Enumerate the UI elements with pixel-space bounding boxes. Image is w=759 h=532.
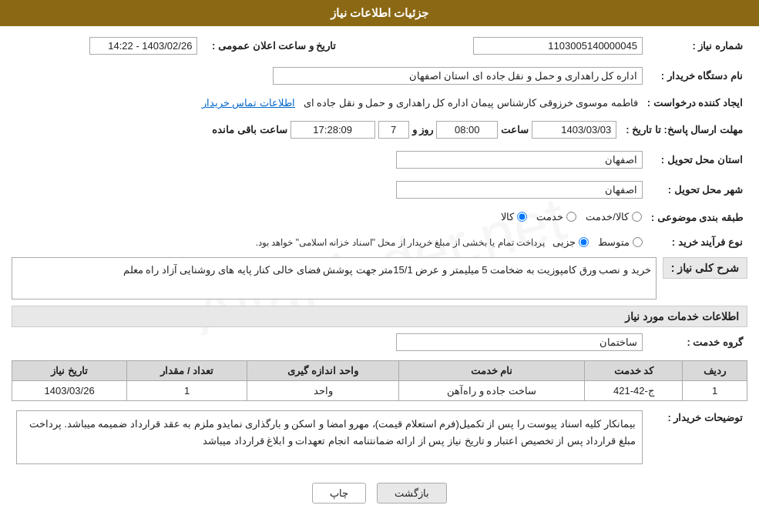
- city-label: شهر محل تحویل :: [647, 178, 747, 202]
- need-desc-header: شرح کلی نیاز :: [663, 257, 747, 279]
- need-desc-section: شرح کلی نیاز : خرید و نصب ورق کامپوزیت ب…: [12, 257, 747, 299]
- contact-link[interactable]: اطلاعات تماس خریدار: [202, 97, 295, 109]
- category-label-khadamat: خدمت: [536, 211, 563, 223]
- cell-name: ساخت جاده و راه‌آهن: [398, 381, 584, 401]
- city-field: اصفهان: [396, 181, 643, 199]
- col-unit: واحد اندازه گیری: [247, 361, 399, 381]
- category-label-kala-khadamat: کالا/خدمت: [586, 211, 629, 223]
- need-desc-text: خرید و نصب ورق کامپوزیت به ضخامت 5 میلیم…: [123, 264, 651, 276]
- service-info-header: اطلاعات خدمات مورد نیاز: [12, 306, 747, 327]
- buyer-notes-label: توضیحات خریدار :: [647, 407, 747, 467]
- cell-code: ج-42-421: [585, 381, 683, 401]
- category-option-2: خدمت: [536, 211, 576, 223]
- purchase-type-label-mutawaset: متوسط: [598, 236, 630, 248]
- purchase-type-option-2: متوسط: [598, 236, 643, 248]
- purchase-type-container: متوسط جزیی پرداخت تمام یا بخشی از مبلغ خ…: [16, 236, 643, 248]
- province-field: اصفهان: [396, 151, 643, 169]
- table-row: 1 ج-42-421 ساخت جاده و راه‌آهن واحد 1 14…: [12, 381, 747, 401]
- requester-value: فاطمه موسوی خرزوقی کارشناس پیمان اداره ک…: [12, 94, 643, 112]
- purchase-type-value: متوسط جزیی پرداخت تمام یا بخشی از مبلغ خ…: [12, 233, 647, 251]
- remaining-label: ساعت باقی مانده: [212, 124, 287, 136]
- purchase-type-label: نوع فرآیند خرید :: [647, 233, 747, 251]
- requester-row: ایجاد کننده درخواست : فاطمه موسوی خرزوقی…: [12, 94, 747, 112]
- remaining-field: 17:28:09: [291, 121, 375, 139]
- cell-unit: واحد: [247, 381, 399, 401]
- purchase-type-row: نوع فرآیند خرید : متوسط جزیی: [12, 233, 747, 251]
- buyer-notes-row: توضیحات خریدار : بیمانکار کلیه اسناد پیو…: [12, 407, 747, 467]
- page-title: جزئیات اطلاعات نیاز: [331, 6, 428, 19]
- category-option-3: کالا/خدمت: [586, 211, 642, 223]
- col-date: تاریخ نیاز: [12, 361, 127, 381]
- service-table: ردیف کد خدمت نام خدمت واحد اندازه گیری ت…: [12, 360, 747, 401]
- need-number-field: 1103005140000045: [473, 37, 643, 55]
- requester-name: فاطمه موسوی خرزوقی کارشناس پیمان اداره ک…: [304, 97, 638, 109]
- col-name: نام خدمت: [398, 361, 584, 381]
- requester-label: ایجاد کننده درخواست :: [643, 94, 747, 112]
- day-field: 7: [378, 121, 409, 139]
- city-row: شهر محل تحویل : اصفهان: [12, 178, 747, 202]
- category-radio-kala-khadamat[interactable]: [632, 212, 642, 222]
- col-quantity: تعداد / مقدار: [127, 361, 247, 381]
- need-number-value: 1103005140000045: [356, 34, 647, 58]
- buyer-org-row: نام دستگاه خریدار : اداره کل راهداری و ح…: [12, 64, 747, 88]
- buyer-notes-text: بیمانکار کلیه اسناد پیوست را پس از تکمیل…: [29, 418, 636, 447]
- service-group-field: ساختمان: [396, 333, 643, 351]
- category-value: کالا/خدمت خدمت کالا: [12, 208, 646, 227]
- button-bar: بازگشت چاپ: [12, 473, 747, 513]
- time-row: 1403/03/03 ساعت 08:00 روز و 7 17:28:09 س…: [16, 121, 616, 139]
- category-label-kala: کالا: [501, 211, 514, 223]
- cell-rownum: 1: [683, 381, 747, 401]
- category-radio-group: کالا/خدمت خدمت کالا: [501, 211, 642, 223]
- public-announce-label: تاریخ و ساعت اعلان عمومی :: [202, 34, 341, 58]
- cell-quantity: 1: [127, 381, 247, 401]
- purchase-type-option-1: جزیی: [552, 236, 589, 248]
- category-row: طبقه بندی موضوعی : کالا/خدمت خدمت: [12, 208, 747, 227]
- col-code: کد خدمت: [585, 361, 683, 381]
- deadline-row: مهلت ارسال پاسخ: تا تاریخ : 1403/03/03 س…: [12, 118, 747, 142]
- service-table-body: 1 ج-42-421 ساخت جاده و راه‌آهن واحد 1 14…: [12, 381, 747, 401]
- public-announce-field: 1403/02/26 - 14:22: [89, 37, 197, 55]
- category-radio-khadamat[interactable]: [566, 212, 576, 222]
- back-button[interactable]: بازگشت: [377, 483, 447, 504]
- public-announce-value: 1403/02/26 - 14:22: [12, 34, 202, 58]
- deadline-label: مهلت ارسال پاسخ: تا تاریخ :: [621, 118, 747, 142]
- purchase-type-radio-group: متوسط جزیی: [552, 236, 643, 248]
- deadline-value: 1403/03/03 ساعت 08:00 روز و 7 17:28:09 س…: [12, 118, 621, 142]
- cell-date: 1403/03/26: [12, 381, 127, 401]
- date-field: 1403/03/03: [532, 121, 616, 139]
- province-value: اصفهان: [12, 148, 647, 172]
- day-label: روز و: [412, 124, 434, 136]
- province-row: استان محل تحویل : اصفهان: [12, 148, 747, 172]
- buyer-org-label: نام دستگاه خریدار :: [647, 64, 747, 88]
- purchase-type-radio-jozi[interactable]: [579, 237, 589, 247]
- buyer-notes-value: بیمانکار کلیه اسناد پیوست را پس از تکمیل…: [12, 407, 647, 467]
- service-group-value: ساختمان: [12, 330, 647, 354]
- category-option-1: کالا: [501, 211, 527, 223]
- province-label: استان محل تحویل :: [647, 148, 747, 172]
- print-button[interactable]: چاپ: [312, 483, 366, 504]
- category-label: طبقه بندی موضوعی :: [646, 208, 747, 227]
- buyer-org-field: اداره کل راهداری و حمل و نقل جاده ای است…: [273, 67, 643, 85]
- main-content: شماره نیاز : 1103005140000045 تاریخ و سا…: [0, 26, 759, 520]
- city-value: اصفهان: [12, 178, 647, 202]
- buyer-notes-field: بیمانکار کلیه اسناد پیوست را پس از تکمیل…: [16, 410, 643, 464]
- col-rownum: ردیف: [683, 361, 747, 381]
- need-number-row: شماره نیاز : 1103005140000045 تاریخ و سا…: [12, 34, 747, 58]
- need-desc-box: خرید و نصب ورق کامپوزیت به ضخامت 5 میلیم…: [12, 257, 657, 299]
- service-group-label: گروه خدمت :: [647, 330, 747, 354]
- buyer-org-value: اداره کل راهداری و حمل و نقل جاده ای است…: [12, 64, 647, 88]
- category-radio-kala[interactable]: [517, 212, 527, 222]
- need-number-label: شماره نیاز :: [647, 34, 747, 58]
- page-header: جزئیات اطلاعات نیاز: [0, 0, 759, 26]
- purchase-type-label-jozi: جزیی: [552, 236, 576, 248]
- service-group-row: گروه خدمت : ساختمان: [12, 330, 747, 354]
- time-label: ساعت: [501, 124, 529, 136]
- purchase-type-note: پرداخت تمام یا بخشی از مبلغ خریدار از مح…: [256, 237, 545, 248]
- page-container: AltaFinder.net جزئیات اطلاعات نیاز شماره…: [0, 0, 759, 532]
- purchase-type-radio-mutawaset[interactable]: [633, 237, 643, 247]
- time-field: 08:00: [436, 121, 498, 139]
- service-table-header-row: ردیف کد خدمت نام خدمت واحد اندازه گیری ت…: [12, 361, 747, 381]
